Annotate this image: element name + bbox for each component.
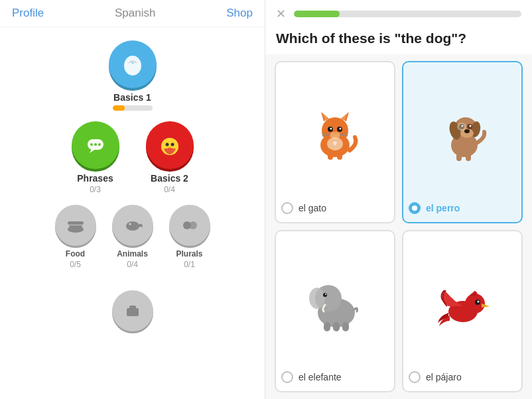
svg-rect-19 [129, 306, 136, 310]
skills-area: Basics 1 Phrases 0/3 [0, 27, 265, 331]
svg-marker-2 [90, 149, 96, 153]
bird-label-text: el pájaro [426, 372, 462, 382]
phrases-icon[interactable] [72, 121, 119, 169]
answer-card-perro[interactable]: el perro [402, 61, 523, 223]
svg-point-61 [465, 294, 485, 314]
food-sub: 0/5 [70, 260, 81, 269]
profile-link[interactable]: Profile [12, 7, 44, 20]
plurals-name: Plurals [176, 249, 202, 258]
cat-image [281, 69, 389, 198]
cat-radio[interactable] [281, 202, 293, 214]
animals-name: Animals [117, 249, 148, 258]
svg-point-47 [470, 125, 472, 127]
basics1-icon[interactable] [109, 40, 157, 88]
svg-point-56 [325, 294, 326, 295]
cat-label: el gato [281, 202, 389, 214]
svg-point-49 [457, 123, 466, 131]
svg-rect-37 [328, 153, 333, 160]
bird-radio[interactable] [409, 371, 421, 383]
skill-animals[interactable]: Animals 0/4 [112, 205, 153, 269]
food-name: Food [66, 249, 85, 258]
answer-card-gato[interactable]: el gato [275, 61, 395, 223]
left-header: Profile Spanish Shop [0, 0, 265, 27]
elephant-image [281, 238, 389, 367]
answer-grid: el gato [265, 54, 532, 399]
svg-point-9 [170, 143, 174, 146]
basics1-progress [113, 105, 153, 111]
skill-basics1[interactable]: Basics 1 [109, 40, 157, 111]
animals-icon[interactable] [112, 205, 153, 246]
basics2-icon[interactable] [146, 121, 194, 169]
svg-point-8 [165, 143, 168, 146]
phrases-sub: 0/3 [90, 185, 101, 194]
svg-rect-50 [456, 153, 462, 161]
svg-point-48 [464, 129, 470, 133]
elephant-radio[interactable] [281, 371, 293, 383]
svg-rect-38 [337, 153, 342, 160]
shop-link[interactable]: Shop [226, 7, 253, 20]
svg-point-54 [309, 288, 325, 309]
svg-rect-51 [466, 153, 471, 161]
basics2-sub: 0/4 [164, 185, 175, 194]
skill-basics2[interactable]: Basics 2 0/4 [146, 121, 194, 194]
cat-label-text: el gato [299, 203, 326, 213]
progress-track [294, 11, 521, 17]
plurals-icon[interactable] [169, 205, 210, 246]
basics1-name: Basics 1 [113, 92, 151, 103]
svg-rect-58 [333, 322, 340, 331]
dog-label-text: el perro [426, 203, 460, 213]
svg-point-0 [124, 56, 141, 76]
progress-track-fill [294, 11, 340, 17]
left-panel: Profile Spanish Shop Basics 1 [0, 0, 265, 399]
skill-extra[interactable] [112, 290, 153, 331]
svg-point-14 [126, 221, 139, 231]
right-header-top: ✕ [276, 8, 521, 20]
animals-sub: 0/4 [127, 260, 138, 269]
language-title: Spanish [115, 7, 155, 20]
bird-image [409, 238, 516, 367]
basics1-progress-fill [113, 105, 125, 111]
svg-rect-11 [68, 221, 84, 225]
skill-food[interactable]: Food 0/5 [55, 205, 96, 269]
svg-rect-57 [324, 322, 330, 331]
svg-point-15 [129, 223, 131, 225]
extra-icon[interactable] [112, 290, 153, 331]
svg-point-17 [189, 221, 197, 229]
elephant-label-text: el elefante [299, 372, 342, 382]
answer-card-pajaro[interactable]: el pájaro [402, 230, 523, 392]
right-panel: ✕ Which of these is "the dog"? [265, 0, 532, 399]
close-button[interactable]: ✕ [276, 8, 286, 20]
answer-card-elefante[interactable]: el elefante [275, 230, 395, 392]
skill-row-2: Phrases 0/3 [72, 121, 194, 194]
svg-point-29 [340, 127, 342, 129]
food-icon[interactable] [55, 205, 96, 246]
basics2-name: Basics 2 [151, 173, 188, 184]
dog-label: el perro [409, 202, 516, 214]
dog-radio[interactable] [409, 202, 421, 214]
skill-row-3: Food 0/5 Animals 0/4 [55, 205, 210, 269]
svg-point-5 [98, 143, 101, 146]
svg-point-55 [323, 293, 327, 297]
plurals-sub: 0/1 [184, 260, 195, 269]
phrases-name: Phrases [77, 173, 113, 184]
skill-plurals[interactable]: Plurals 0/1 [169, 205, 210, 269]
right-header: ✕ Which of these is "the dog"? [265, 0, 532, 54]
svg-rect-59 [342, 322, 349, 331]
elephant-label: el elefante [281, 371, 389, 383]
svg-point-28 [330, 127, 332, 129]
skill-phrases[interactable]: Phrases 0/3 [72, 121, 119, 194]
bird-label: el pájaro [409, 371, 516, 383]
svg-point-63 [478, 300, 480, 302]
skill-row-4 [112, 290, 153, 331]
svg-point-3 [90, 143, 93, 146]
svg-point-13 [68, 226, 84, 233]
svg-point-4 [94, 143, 97, 146]
question-text: Which of these is "the dog"? [276, 25, 521, 49]
dog-image [409, 69, 516, 198]
